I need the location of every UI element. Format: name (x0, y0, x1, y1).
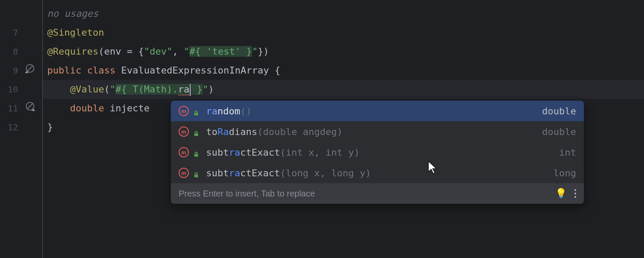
svg-rect-7 (194, 175, 198, 177)
completion-name-prefix: to (206, 126, 218, 137)
completion-item[interactable]: msubtractExact(long x, long y)long (171, 163, 584, 183)
more-options-icon[interactable] (574, 189, 576, 198)
no-entry-icon (25, 99, 35, 118)
completion-name-match: ra (229, 168, 240, 178)
usages-hint: no usages (47, 8, 98, 19)
completion-return-type: double (542, 106, 576, 117)
completion-return-type: long (553, 168, 576, 178)
completion-params: (double angdeg) (257, 126, 343, 137)
footer-hint: Press Enter to insert, Tab to replace (179, 189, 315, 199)
completion-name-suffix: ctExact (240, 147, 280, 158)
svg-line-1 (27, 66, 33, 71)
line-number: 11 (0, 99, 43, 118)
annotation: @Requires (47, 46, 98, 57)
lightbulb-icon[interactable]: 💡 (555, 188, 567, 199)
completion-name-suffix: ctExact (240, 168, 280, 178)
line-number: 12 (0, 118, 43, 137)
completion-name-prefix: subt (206, 168, 229, 178)
completion-name-match: Ra (218, 126, 229, 137)
completion-item[interactable]: msubtractExact(int x, int y)int (171, 142, 584, 163)
svg-rect-5 (194, 133, 198, 136)
gutter: 7 8 9 10 11 12 (0, 0, 43, 258)
lock-icon (193, 128, 200, 135)
method-icon: m (179, 168, 189, 178)
completion-params: () (240, 106, 252, 117)
completion-name-match: ra (229, 147, 240, 158)
method-icon: m (179, 106, 189, 116)
completion-name-prefix: subt (206, 147, 229, 158)
svg-rect-6 (194, 154, 198, 157)
completion-name-match: ra (206, 106, 218, 117)
line-number: 10 (0, 80, 43, 99)
annotation: @Singleton (47, 27, 104, 38)
line-number: 7 (0, 23, 43, 42)
lock-icon (193, 108, 200, 114)
line-number: 9 (0, 61, 43, 80)
keyword: public class (47, 65, 121, 76)
no-entry-icon (25, 61, 35, 80)
completion-params: (long x, long y) (280, 168, 371, 178)
line-number (0, 4, 43, 23)
method-icon: m (179, 147, 189, 157)
completion-footer: Press Enter to insert, Tab to replace💡 (171, 183, 584, 204)
completion-item[interactable]: mtoRadians(double angdeg)double (171, 121, 584, 142)
active-line[interactable]: @Value("#{ T(Math).ra }") (43, 80, 644, 99)
completion-name-suffix: ndom (218, 106, 240, 117)
svg-line-3 (27, 104, 33, 109)
completion-params: (int x, int y) (280, 147, 359, 158)
text-caret (190, 84, 191, 96)
typed-text: ra (178, 84, 190, 95)
class-name: EvaluatedExpressionInArray (121, 65, 269, 76)
lock-icon (193, 169, 200, 176)
completion-return-type: double (542, 126, 576, 137)
completion-item[interactable]: mrandom()double (171, 101, 584, 121)
completion-name-suffix: dians (229, 126, 257, 137)
method-icon: m (179, 126, 189, 137)
line-number: 8 (0, 42, 43, 61)
svg-rect-4 (194, 113, 198, 115)
completion-return-type: int (559, 147, 576, 158)
lock-icon (193, 149, 200, 156)
code-completion-popup[interactable]: mrandom()doublemtoRadians(double angdeg)… (171, 101, 584, 204)
